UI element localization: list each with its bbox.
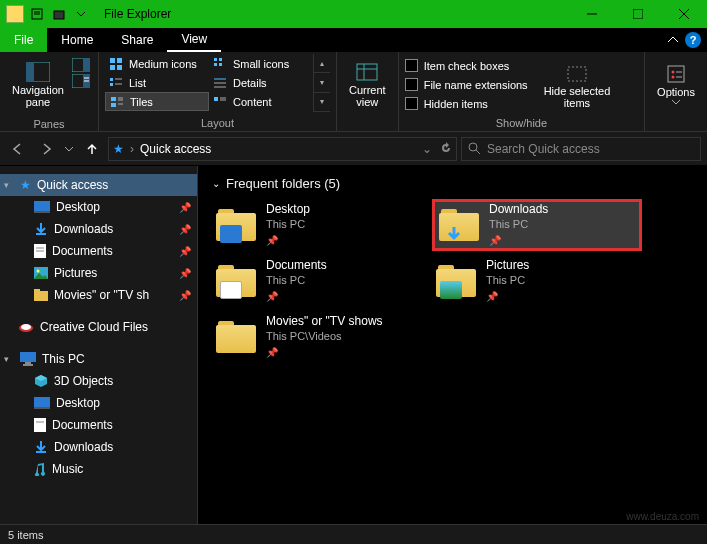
svg-rect-18 [110, 65, 115, 70]
back-button[interactable] [6, 137, 30, 161]
this-pc-icon [20, 352, 36, 366]
svg-rect-42 [568, 67, 586, 81]
svg-point-46 [672, 76, 675, 79]
svg-point-60 [21, 324, 31, 330]
svg-rect-50 [34, 201, 50, 211]
folder-tile-documents[interactable]: DocumentsThis PC📌 [212, 255, 422, 307]
3d-objects-icon [34, 374, 48, 388]
sidebar-item-3d-objects[interactable]: 3D Objects [0, 370, 197, 392]
collapse-ribbon-icon[interactable] [667, 34, 679, 46]
qat-properties-icon[interactable] [26, 3, 48, 25]
tab-share[interactable]: Share [107, 28, 167, 52]
preview-pane-button[interactable] [72, 58, 90, 72]
checkbox-icon [405, 97, 418, 110]
svg-point-56 [37, 270, 40, 273]
check-file-name-extensions[interactable]: File name extensions [405, 75, 528, 94]
layout-details[interactable]: Details [209, 73, 313, 92]
pin-icon: 📌 [266, 289, 327, 304]
svg-rect-31 [214, 63, 217, 66]
svg-rect-66 [34, 418, 46, 432]
quick-access-toolbar [0, 3, 96, 25]
sidebar-item-movies[interactable]: Movies" or "TV sh📌 [0, 284, 197, 306]
layout-tiles[interactable]: Tiles [105, 92, 209, 111]
pin-icon: 📌 [486, 289, 529, 304]
qat-newfolder-icon[interactable] [48, 3, 70, 25]
tab-view[interactable]: View [167, 28, 221, 52]
maximize-button[interactable] [615, 0, 661, 28]
svg-rect-63 [23, 364, 33, 366]
content-icon [213, 95, 227, 109]
ribbon-group-current-view: Current view [337, 52, 399, 131]
tab-home[interactable]: Home [47, 28, 107, 52]
app-icon[interactable] [4, 3, 26, 25]
address-dropdown-icon[interactable]: ⌄ [422, 142, 432, 156]
sidebar-item-pc-downloads[interactable]: Downloads [0, 436, 197, 458]
svg-rect-30 [219, 58, 222, 61]
qat-dropdown-icon[interactable] [70, 3, 92, 25]
svg-rect-11 [83, 58, 90, 72]
svg-rect-9 [26, 62, 34, 82]
close-button[interactable] [661, 0, 707, 28]
sidebar-item-pc-documents[interactable]: Documents [0, 414, 197, 436]
check-item-check-boxes[interactable]: Item check boxes [405, 56, 528, 75]
sidebar-item-pictures[interactable]: Pictures📌 [0, 262, 197, 284]
sidebar-item-pc-desktop[interactable]: Desktop [0, 392, 197, 414]
pin-icon: 📌 [179, 246, 191, 257]
creative-cloud-icon [18, 321, 34, 333]
layout-scroll[interactable]: ▴▾▾ [313, 54, 330, 112]
folder-tile-desktop[interactable]: DesktopThis PC📌 [212, 199, 422, 251]
current-view-icon [355, 62, 379, 82]
ribbon-group-options: Options [645, 52, 707, 131]
group-header[interactable]: ⌄ Frequent folders (5) [212, 176, 693, 191]
current-view-button[interactable]: Current view [343, 54, 392, 115]
folder-tile-downloads[interactable]: DownloadsThis PC📌 [432, 199, 642, 251]
up-button[interactable] [80, 137, 104, 161]
downloads-icon [34, 440, 48, 454]
svg-point-44 [672, 71, 675, 74]
details-pane-button[interactable] [72, 74, 90, 88]
search-box[interactable]: Search Quick access [461, 137, 701, 161]
desktop-icon [34, 201, 50, 213]
recent-dropdown[interactable] [62, 137, 76, 161]
sidebar-item-downloads[interactable]: Downloads📌 [0, 218, 197, 240]
hide-selected-button[interactable]: Hide selected items [538, 56, 617, 118]
address-bar[interactable]: ★ › Quick access ⌄ [108, 137, 457, 161]
layout-list[interactable]: List [105, 73, 209, 92]
tab-file[interactable]: File [0, 28, 47, 52]
sidebar-item-pc-music[interactable]: Music [0, 458, 197, 480]
options-icon [665, 64, 687, 84]
options-button[interactable]: Options [651, 54, 701, 115]
layout-medium-icons[interactable]: Medium icons [105, 54, 209, 73]
navigation-pane-button[interactable]: Navigation pane [6, 54, 70, 116]
svg-rect-27 [111, 103, 116, 107]
sidebar-item-creative-cloud[interactable]: Creative Cloud Files [0, 316, 197, 338]
check-hidden-items[interactable]: Hidden items [405, 94, 528, 113]
folder-icon [216, 263, 258, 299]
sidebar-item-desktop[interactable]: Desktop📌 [0, 196, 197, 218]
svg-rect-29 [214, 58, 217, 61]
music-icon [34, 462, 46, 476]
ribbon: Navigation pane Panes Medium icons List … [0, 52, 707, 132]
content-area: ⌄ Frequent folders (5) DesktopThis PC📌 D… [198, 166, 707, 524]
checkbox-icon [405, 78, 418, 91]
forward-button[interactable] [34, 137, 58, 161]
svg-rect-24 [111, 97, 116, 101]
navigation-tree: ▾★Quick access Desktop📌 Downloads📌 Docum… [0, 166, 198, 524]
layout-content[interactable]: Content [209, 92, 313, 111]
sidebar-item-documents[interactable]: Documents📌 [0, 240, 197, 262]
checkbox-icon [405, 59, 418, 72]
refresh-icon[interactable] [440, 142, 452, 156]
status-bar: 5 items [0, 524, 707, 544]
folder-icon [216, 207, 258, 243]
pictures-icon [34, 267, 48, 279]
svg-rect-22 [110, 83, 113, 86]
minimize-button[interactable] [569, 0, 615, 28]
folder-tile-pictures[interactable]: PicturesThis PC📌 [432, 255, 642, 307]
sidebar-item-quick-access[interactable]: ▾★Quick access [0, 174, 197, 196]
sidebar-item-this-pc[interactable]: ▾This PC [0, 348, 197, 370]
folder-tile-movies[interactable]: Movies" or "TV showsThis PC\Videos📌 [212, 311, 422, 363]
help-button[interactable]: ? [685, 32, 701, 48]
ribbon-tabs: File Home Share View ? [0, 28, 707, 52]
layout-small-icons[interactable]: Small icons [209, 54, 313, 73]
address-text: Quick access [140, 142, 211, 156]
